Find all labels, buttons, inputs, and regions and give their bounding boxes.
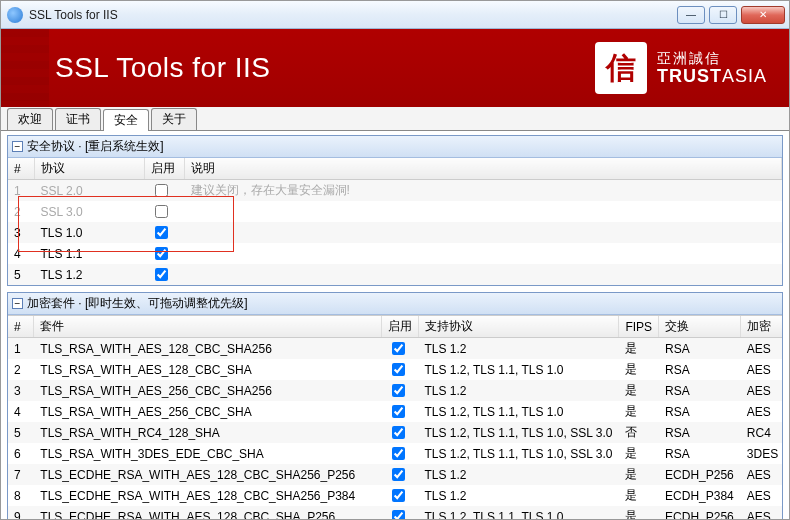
suite-enc: AES bbox=[740, 464, 782, 485]
brand-text: 亞洲誠信 TRUSTASIA bbox=[657, 50, 767, 87]
cipher-row[interactable]: 8TLS_ECDHE_RSA_WITH_AES_128_CBC_SHA256_P… bbox=[8, 485, 782, 506]
protocol-row[interactable]: 4TLS 1.1 bbox=[8, 243, 782, 264]
suite-name: TLS_ECDHE_RSA_WITH_AES_128_CBC_SHA_P256 bbox=[34, 506, 381, 520]
enable-checkbox[interactable] bbox=[392, 510, 405, 520]
suite-enc: AES bbox=[740, 359, 782, 380]
suite-enc: AES bbox=[740, 401, 782, 422]
suite-enc: 3DES bbox=[740, 443, 782, 464]
cipher-row[interactable]: 1TLS_RSA_WITH_AES_128_CBC_SHA256TLS 1.2是… bbox=[8, 338, 782, 360]
ciphers-table: # 套件 启用 支持协议 FIPS 交换 加密 哈希 1TLS_RSA_WITH… bbox=[8, 316, 782, 520]
protocols-group-title: 安全协议 · [重启系统生效] bbox=[27, 138, 164, 155]
close-button[interactable]: ✕ bbox=[741, 6, 785, 24]
suite-enc: AES bbox=[740, 485, 782, 506]
maximize-button[interactable]: ☐ bbox=[709, 6, 737, 24]
col-protos[interactable]: 支持协议 bbox=[418, 316, 619, 338]
cipher-row[interactable]: 7TLS_ECDHE_RSA_WITH_AES_128_CBC_SHA256_P… bbox=[8, 464, 782, 485]
cipher-row[interactable]: 9TLS_ECDHE_RSA_WITH_AES_128_CBC_SHA_P256… bbox=[8, 506, 782, 520]
protocol-name: SSL 3.0 bbox=[34, 201, 144, 222]
row-num: 2 bbox=[8, 201, 34, 222]
row-num: 1 bbox=[8, 338, 34, 360]
row-num: 6 bbox=[8, 443, 34, 464]
ciphers-group-title: 加密套件 · [即时生效、可拖动调整优先级] bbox=[27, 295, 248, 312]
col-suite[interactable]: 套件 bbox=[34, 316, 381, 338]
suite-kx: RSA bbox=[659, 338, 741, 360]
suite-name: TLS_RSA_WITH_AES_256_CBC_SHA bbox=[34, 401, 381, 422]
protocol-desc bbox=[184, 264, 782, 285]
suite-fips: 是 bbox=[619, 338, 659, 360]
minimize-button[interactable]: — bbox=[677, 6, 705, 24]
enable-checkbox[interactable] bbox=[392, 342, 405, 355]
suite-fips: 是 bbox=[619, 380, 659, 401]
protocol-row[interactable]: 3TLS 1.0 bbox=[8, 222, 782, 243]
tab-1[interactable]: 证书 bbox=[55, 108, 101, 130]
protocols-table: # 协议 启用 说明 1SSL 2.0建议关闭，存在大量安全漏洞!2SSL 3.… bbox=[8, 158, 782, 285]
row-num: 3 bbox=[8, 380, 34, 401]
titlebar: SSL Tools for IIS — ☐ ✕ bbox=[1, 1, 789, 29]
suite-protos: TLS 1.2 bbox=[418, 380, 619, 401]
suite-fips: 是 bbox=[619, 401, 659, 422]
banner-heading: SSL Tools for IIS bbox=[55, 52, 595, 84]
tab-0[interactable]: 欢迎 bbox=[7, 108, 53, 130]
suite-protos: TLS 1.2, TLS 1.1, TLS 1.0 bbox=[418, 359, 619, 380]
suite-protos: TLS 1.2, TLS 1.1, TLS 1.0, SSL 3.0 bbox=[418, 422, 619, 443]
enable-checkbox[interactable] bbox=[392, 363, 405, 376]
suite-protos: TLS 1.2 bbox=[418, 485, 619, 506]
window-title: SSL Tools for IIS bbox=[29, 8, 677, 22]
col-num[interactable]: # bbox=[8, 316, 34, 338]
brand: 信 亞洲誠信 TRUSTASIA bbox=[595, 42, 767, 94]
enable-checkbox[interactable] bbox=[155, 184, 168, 197]
ciphers-group-header[interactable]: − 加密套件 · [即时生效、可拖动调整优先级] bbox=[8, 293, 782, 315]
protocol-row[interactable]: 1SSL 2.0建议关闭，存在大量安全漏洞! bbox=[8, 180, 782, 202]
cipher-row[interactable]: 3TLS_RSA_WITH_AES_256_CBC_SHA256TLS 1.2是… bbox=[8, 380, 782, 401]
enable-checkbox[interactable] bbox=[392, 489, 405, 502]
suite-protos: TLS 1.2, TLS 1.1, TLS 1.0 bbox=[418, 506, 619, 520]
enable-checkbox[interactable] bbox=[155, 268, 168, 281]
enable-checkbox[interactable] bbox=[155, 247, 168, 260]
col-enable[interactable]: 启用 bbox=[144, 158, 184, 180]
cipher-row[interactable]: 6TLS_RSA_WITH_3DES_EDE_CBC_SHATLS 1.2, T… bbox=[8, 443, 782, 464]
protocol-row[interactable]: 2SSL 3.0 bbox=[8, 201, 782, 222]
suite-name: TLS_RSA_WITH_RC4_128_SHA bbox=[34, 422, 381, 443]
enable-checkbox[interactable] bbox=[392, 405, 405, 418]
col-protocol[interactable]: 协议 bbox=[34, 158, 144, 180]
tab-2[interactable]: 安全 bbox=[103, 109, 149, 131]
enable-checkbox[interactable] bbox=[155, 205, 168, 218]
cipher-row[interactable]: 2TLS_RSA_WITH_AES_128_CBC_SHATLS 1.2, TL… bbox=[8, 359, 782, 380]
enable-checkbox[interactable] bbox=[392, 468, 405, 481]
tab-3[interactable]: 关于 bbox=[151, 108, 197, 130]
enable-checkbox[interactable] bbox=[392, 426, 405, 439]
col-num[interactable]: # bbox=[8, 158, 34, 180]
suite-kx: ECDH_P384 bbox=[659, 485, 741, 506]
collapse-icon: − bbox=[12, 141, 23, 152]
protocol-name: SSL 2.0 bbox=[34, 180, 144, 202]
minimize-icon: — bbox=[686, 9, 696, 20]
suite-name: TLS_RSA_WITH_AES_128_CBC_SHA256 bbox=[34, 338, 381, 360]
col-kx[interactable]: 交换 bbox=[659, 316, 741, 338]
row-num: 8 bbox=[8, 485, 34, 506]
row-num: 5 bbox=[8, 422, 34, 443]
protocol-row[interactable]: 5TLS 1.2 bbox=[8, 264, 782, 285]
suite-fips: 是 bbox=[619, 359, 659, 380]
protocols-group-header[interactable]: − 安全协议 · [重启系统生效] bbox=[8, 136, 782, 158]
window-controls: — ☐ ✕ bbox=[677, 6, 785, 24]
enable-checkbox[interactable] bbox=[392, 447, 405, 460]
enable-checkbox[interactable] bbox=[392, 384, 405, 397]
protocol-desc bbox=[184, 222, 782, 243]
suite-kx: ECDH_P256 bbox=[659, 506, 741, 520]
col-fips[interactable]: FIPS bbox=[619, 316, 659, 338]
app-icon bbox=[7, 7, 23, 23]
ciphers-scroll[interactable]: # 套件 启用 支持协议 FIPS 交换 加密 哈希 1TLS_RSA_WITH… bbox=[8, 315, 782, 520]
col-desc[interactable]: 说明 bbox=[184, 158, 782, 180]
enable-checkbox[interactable] bbox=[155, 226, 168, 239]
banner: SSL Tools for IIS 信 亞洲誠信 TRUSTASIA bbox=[1, 29, 789, 107]
protocol-desc bbox=[184, 243, 782, 264]
suite-enc: AES bbox=[740, 380, 782, 401]
col-enc[interactable]: 加密 bbox=[740, 316, 782, 338]
cipher-row[interactable]: 5TLS_RSA_WITH_RC4_128_SHATLS 1.2, TLS 1.… bbox=[8, 422, 782, 443]
row-num: 3 bbox=[8, 222, 34, 243]
cipher-row[interactable]: 4TLS_RSA_WITH_AES_256_CBC_SHATLS 1.2, TL… bbox=[8, 401, 782, 422]
suite-protos: TLS 1.2 bbox=[418, 338, 619, 360]
col-enable[interactable]: 启用 bbox=[381, 316, 418, 338]
protocol-name: TLS 1.2 bbox=[34, 264, 144, 285]
suite-kx: RSA bbox=[659, 443, 741, 464]
